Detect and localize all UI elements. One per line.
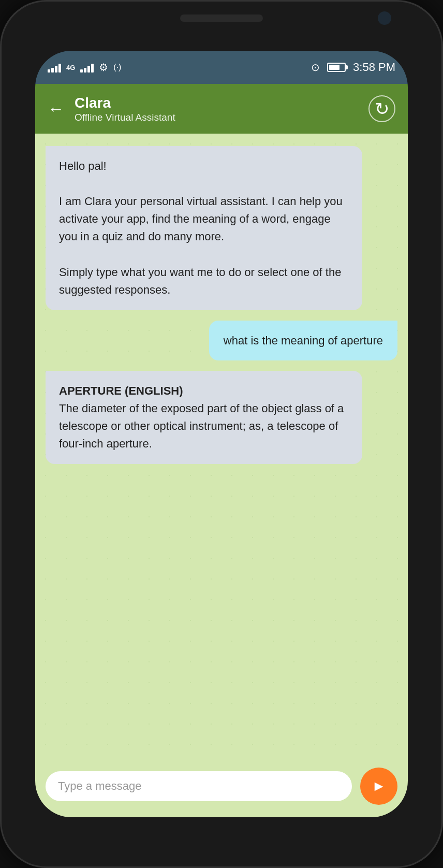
signal-bar-4 xyxy=(58,64,61,73)
status-bar: 4G ⚙ (·) ⊙ 3:58 PM xyxy=(35,51,408,84)
signal-bar2-4 xyxy=(91,64,94,73)
battery-fill xyxy=(329,65,339,70)
phone-camera xyxy=(378,11,391,25)
bot-message-2-text: APERTURE (ENGLISH)The diameter of the ex… xyxy=(59,384,344,450)
signal-bars xyxy=(48,62,61,73)
signal-bars-2 xyxy=(80,62,94,73)
signal-bar-2 xyxy=(51,68,54,73)
phone-screen: 4G ⚙ (·) ⊙ 3:58 PM xyxy=(35,51,408,817)
back-button[interactable]: ← xyxy=(48,99,64,119)
usb-icon: ⚙ xyxy=(99,61,108,74)
phone-speaker xyxy=(180,15,263,22)
hotspot-icon: ⊙ xyxy=(311,61,320,74)
message-input-wrap[interactable] xyxy=(46,771,352,801)
bot-message-2: APERTURE (ENGLISH)The diameter of the ex… xyxy=(46,371,362,464)
signal-bar-1 xyxy=(48,69,50,73)
bot-message-1: Hello pal!I am Clara your personal virtu… xyxy=(46,146,362,310)
app-header: ← Clara Offline Virtual Assistant ↻ xyxy=(35,84,408,134)
signal-bar2-2 xyxy=(84,68,86,73)
message-input[interactable] xyxy=(58,779,339,793)
status-right: ⊙ 3:58 PM xyxy=(311,61,395,74)
send-button[interactable]: ► xyxy=(360,768,397,805)
signal-bar2-3 xyxy=(87,66,90,73)
status-left: 4G ⚙ (·) xyxy=(48,61,121,74)
phone-frame: 4G ⚙ (·) ⊙ 3:58 PM xyxy=(0,0,443,868)
user-message-1-text: what is the meaning of aperture xyxy=(224,334,383,347)
header-title: Clara xyxy=(75,94,368,112)
wifi-calling-icon: (·) xyxy=(113,63,121,72)
battery-body xyxy=(327,63,346,72)
signal-bar2-1 xyxy=(80,69,83,73)
header-title-block: Clara Offline Virtual Assistant xyxy=(75,94,368,123)
battery-indicator xyxy=(327,63,346,72)
status-time: 3:58 PM xyxy=(353,61,395,74)
refresh-icon: ↻ xyxy=(375,98,389,119)
input-area: ► xyxy=(35,758,408,817)
refresh-button[interactable]: ↻ xyxy=(368,95,395,122)
chat-area: Hello pal!I am Clara your personal virtu… xyxy=(35,134,408,758)
bot-message-1-text: Hello pal!I am Clara your personal virtu… xyxy=(59,160,343,296)
send-icon: ► xyxy=(372,778,386,794)
header-subtitle: Offline Virtual Assistant xyxy=(75,112,368,123)
user-message-1: what is the meaning of aperture xyxy=(209,321,397,360)
network-type-label: 4G xyxy=(66,64,75,71)
signal-bar-3 xyxy=(55,66,57,73)
